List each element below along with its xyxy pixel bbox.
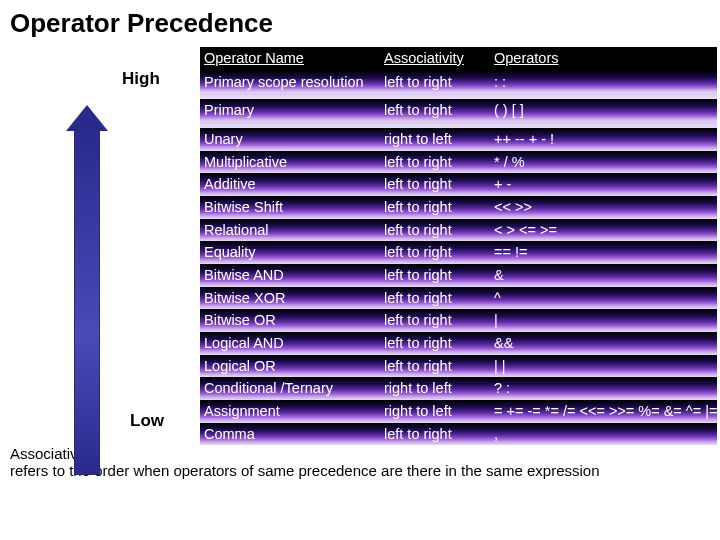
cell-ops: ? : xyxy=(494,380,717,397)
header-ops: Operators xyxy=(494,50,717,67)
cell-ops: ( ) [ ] xyxy=(494,102,717,119)
table-row: Primary scope resolutionleft to right: : xyxy=(200,71,717,94)
table-row: Primaryleft to right( ) [ ] xyxy=(200,99,717,122)
precedence-table: Operator Name Associativity Operators Pr… xyxy=(200,47,717,445)
table-row: Bitwise ORleft to right| xyxy=(200,309,717,332)
cell-name: Equality xyxy=(204,244,384,261)
cell-assoc: left to right xyxy=(384,222,494,239)
cell-name: Conditional /Ternary xyxy=(204,380,384,397)
cell-name: Logical AND xyxy=(204,335,384,352)
cell-ops: , xyxy=(494,426,717,443)
table-row: Assignmentright to left= += -= *= /= <<=… xyxy=(200,400,717,423)
cell-ops: << >> xyxy=(494,199,717,216)
cell-assoc: right to left xyxy=(384,380,494,397)
table-row: Bitwise Shiftleft to right<< >> xyxy=(200,196,717,219)
table-row: Conditional /Ternaryright to left? : xyxy=(200,377,717,400)
table-row: Equalityleft to right== != xyxy=(200,241,717,264)
cell-name: Bitwise AND xyxy=(204,267,384,284)
cell-assoc: left to right xyxy=(384,290,494,307)
content-layout: High Low Operator Name Associativity Ope… xyxy=(10,47,710,445)
precedence-axis: High Low xyxy=(10,47,200,445)
cell-name: Assignment xyxy=(204,403,384,420)
cell-assoc: left to right xyxy=(384,312,494,329)
table-row: Bitwise XORleft to right^ xyxy=(200,287,717,310)
cell-assoc: right to left xyxy=(384,403,494,420)
cell-name: Primary scope resolution xyxy=(204,74,384,91)
table-row: Relationalleft to right< > <= >= xyxy=(200,219,717,242)
header-name: Operator Name xyxy=(204,50,384,67)
cell-ops: | | xyxy=(494,358,717,375)
table-row: Additiveleft to right+ - xyxy=(200,173,717,196)
cell-name: Additive xyxy=(204,176,384,193)
cell-ops: < > <= >= xyxy=(494,222,717,239)
cell-name: Bitwise Shift xyxy=(204,199,384,216)
table-row: Unaryright to left++ -- + - ! xyxy=(200,128,717,151)
label-low: Low xyxy=(130,411,164,431)
cell-ops: : : xyxy=(494,74,717,91)
cell-ops: * / % xyxy=(494,154,717,171)
cell-name: Bitwise XOR xyxy=(204,290,384,307)
cell-assoc: left to right xyxy=(384,358,494,375)
cell-assoc: right to left xyxy=(384,131,494,148)
cell-name: Bitwise OR xyxy=(204,312,384,329)
cell-name: Primary xyxy=(204,102,384,119)
cell-name: Logical OR xyxy=(204,358,384,375)
cell-assoc: left to right xyxy=(384,199,494,216)
table-row: Logical ORleft to right| | xyxy=(200,355,717,378)
cell-ops: ++ -- + - ! xyxy=(494,131,717,148)
cell-name: Comma xyxy=(204,426,384,443)
cell-assoc: left to right xyxy=(384,335,494,352)
cell-name: Relational xyxy=(204,222,384,239)
cell-ops: == != xyxy=(494,244,717,261)
cell-ops: + - xyxy=(494,176,717,193)
table-row: Commaleft to right, xyxy=(200,423,717,446)
cell-ops: = += -= *= /= <<= >>= %= &= ^= |= xyxy=(494,403,717,420)
table-row: Logical ANDleft to right&& xyxy=(200,332,717,355)
cell-name: Multiplicative xyxy=(204,154,384,171)
table-row: Multiplicativeleft to right* / % xyxy=(200,151,717,174)
precedence-arrow-icon xyxy=(70,105,104,475)
page-title: Operator Precedence xyxy=(10,8,710,39)
table-row: Bitwise ANDleft to right& xyxy=(200,264,717,287)
cell-assoc: left to right xyxy=(384,426,494,443)
cell-assoc: left to right xyxy=(384,154,494,171)
cell-ops: & xyxy=(494,267,717,284)
cell-ops: && xyxy=(494,335,717,352)
cell-ops: | xyxy=(494,312,717,329)
table-header: Operator Name Associativity Operators xyxy=(200,47,717,71)
footer-text: Associativity refers to the order when o… xyxy=(10,445,710,479)
cell-assoc: left to right xyxy=(384,244,494,261)
cell-assoc: left to right xyxy=(384,267,494,284)
cell-assoc: left to right xyxy=(384,74,494,91)
header-assoc: Associativity xyxy=(384,50,494,67)
cell-assoc: left to right xyxy=(384,176,494,193)
cell-assoc: left to right xyxy=(384,102,494,119)
cell-ops: ^ xyxy=(494,290,717,307)
label-high: High xyxy=(122,69,160,89)
cell-name: Unary xyxy=(204,131,384,148)
